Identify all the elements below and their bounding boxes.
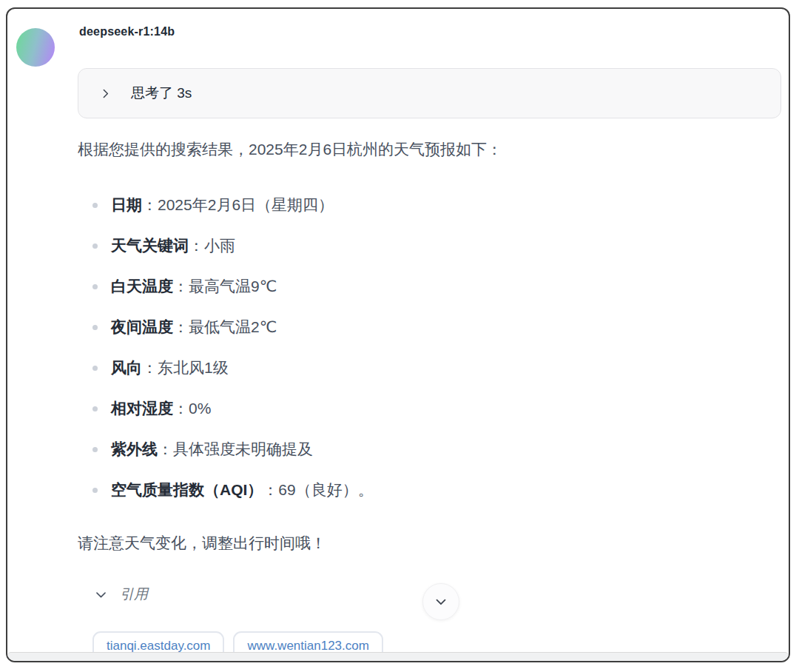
item-label: 空气质量指数（AQI） [111, 481, 263, 498]
list-item: 天气关键词：小雨 [78, 235, 758, 256]
bullet-dot [92, 284, 98, 289]
item-label: 夜间温度 [111, 318, 173, 335]
citations-toggle[interactable]: 引用 [94, 585, 148, 604]
list-item: 空气质量指数（AQI）：69（良好）。 [78, 480, 758, 500]
item-value: ：0% [173, 400, 211, 417]
scroll-to-bottom-button[interactable] [422, 583, 459, 620]
item-label: 天气关键词 [111, 237, 189, 254]
bullet-dot [92, 447, 98, 452]
model-name: deepseek-r1:14b [79, 25, 175, 38]
chat-window: deepseek-r1:14b 思考了 3s 根据您提供的搜索结果，2025年2… [6, 7, 790, 662]
input-bar-edge [7, 652, 789, 661]
list-item: 日期：2025年2月6日（星期四） [78, 195, 758, 215]
citations-label: 引用 [120, 585, 148, 604]
item-value: ：东北风1级 [142, 359, 229, 376]
intro-text: 根据您提供的搜索结果，2025年2月6日杭州的天气预报如下： [78, 139, 502, 160]
thinking-label: 思考了 3s [131, 84, 192, 103]
list-item: 相对湿度：0% [78, 398, 758, 419]
item-label: 紫外线 [111, 440, 158, 457]
item-value: ：具体强度未明确提及 [158, 440, 313, 457]
bullet-dot [92, 243, 98, 249]
closing-text: 请注意天气变化，调整出行时间哦！ [78, 533, 326, 554]
list-item: 风向：东北风1级 [78, 357, 758, 378]
assistant-avatar [16, 28, 55, 67]
chevron-right-icon [99, 87, 112, 100]
chevron-down-icon [433, 594, 449, 610]
item-label: 日期 [111, 196, 142, 213]
bullet-dot [92, 366, 98, 371]
item-value: ：2025年2月6日（星期四） [142, 196, 334, 213]
item-value: ：小雨 [189, 237, 235, 254]
thinking-toggle[interactable]: 思考了 3s [78, 68, 781, 118]
item-value: ：最高气温9℃ [173, 278, 277, 295]
item-label: 相对湿度 [111, 400, 173, 417]
bullet-dot [92, 488, 98, 493]
list-item: 夜间温度：最低气温2℃ [78, 317, 758, 337]
item-label: 白天温度 [111, 278, 173, 295]
chevron-down-icon [94, 588, 108, 602]
list-item: 紫外线：具体强度未明确提及 [78, 439, 758, 460]
bullet-dot [92, 325, 98, 330]
item-value: ：最低气温2℃ [173, 318, 277, 335]
list-item: 白天温度：最高气温9℃ [78, 276, 758, 297]
item-label: 风向 [111, 359, 142, 376]
bullet-dot [92, 406, 98, 411]
bullet-dot [92, 203, 98, 208]
weather-list: 日期：2025年2月6日（星期四） 天气关键词：小雨 白天温度：最高气温9℃ 夜… [78, 195, 758, 520]
item-value: ：69（良好）。 [263, 481, 373, 498]
